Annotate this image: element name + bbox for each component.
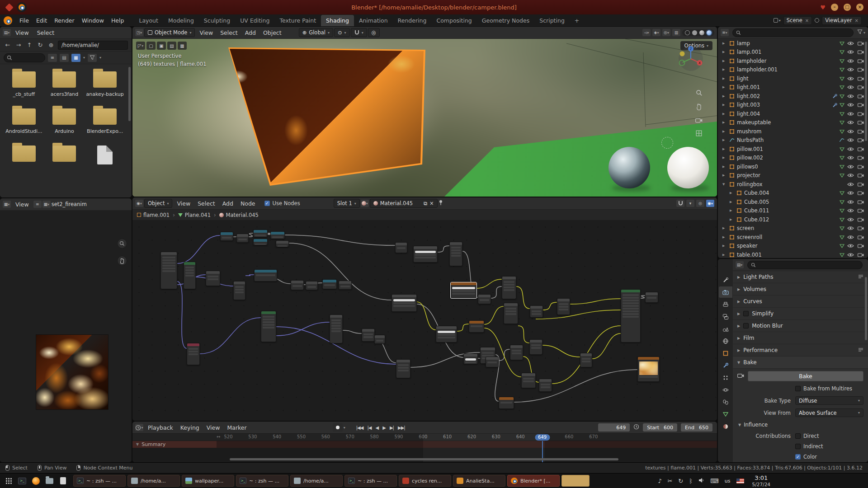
disclosure-arrow-icon[interactable]: ▼: [722, 183, 726, 186]
file-item[interactable]: AndroidStudi...: [4, 108, 44, 135]
file-browser-menu-view[interactable]: View: [12, 28, 33, 38]
taskbar-window-analiesta[interactable]: AnalieSta...: [453, 475, 505, 487]
disclosure-arrow-icon[interactable]: ▶: [722, 85, 726, 89]
disclosure-arrow-icon[interactable]: ▶: [722, 165, 726, 169]
render-camera-icon[interactable]: [857, 50, 864, 54]
visibility-eye-icon[interactable]: [847, 120, 854, 125]
shader-node[interactable]: [233, 281, 245, 300]
file-item[interactable]: [85, 145, 125, 174]
shader-editor-icon[interactable]: ◉▾: [135, 200, 143, 207]
pan-hand-icon[interactable]: [117, 256, 127, 266]
image-name[interactable]: set2_fireanim: [52, 201, 87, 207]
shader-node[interactable]: [504, 303, 518, 324]
render-camera-icon[interactable]: [857, 120, 864, 125]
properties-scrollbar[interactable]: [865, 277, 867, 340]
visibility-eye-icon[interactable]: [847, 182, 854, 187]
material-name-field[interactable]: Material.045 ⧉ ×: [370, 199, 438, 208]
navigation-gizmo[interactable]: Z X: [676, 44, 705, 73]
menu-edit[interactable]: Edit: [33, 15, 51, 26]
titlebar[interactable]: Blender* [/home/amalie/Desktop/blender/c…: [0, 0, 868, 14]
shader-node[interactable]: [362, 328, 375, 342]
outliner-item-light-003[interactable]: ▶light.003: [718, 101, 868, 110]
disclosure-arrow-icon[interactable]: ▶: [722, 68, 726, 71]
file-search-input[interactable]: [4, 53, 45, 62]
render-camera-icon[interactable]: [857, 112, 864, 116]
shader-node[interactable]: [637, 357, 660, 382]
grid-toggle-icon[interactable]: [696, 130, 702, 138]
workspace-tab-shading[interactable]: Shading: [321, 15, 354, 26]
path-field[interactable]: /home/amalie/: [58, 41, 128, 50]
disclosure-arrow-icon[interactable]: ▶: [730, 209, 734, 212]
visibility-eye-icon[interactable]: [847, 200, 854, 204]
workspace-tab-modeling[interactable]: Modeling: [163, 15, 199, 26]
shader-node[interactable]: [450, 282, 477, 299]
disclosure-arrow-icon[interactable]: ▶: [722, 235, 726, 239]
properties-tab-render[interactable]: [719, 286, 732, 298]
prev-keyframe-button[interactable]: |◀: [367, 425, 371, 430]
section-simplify[interactable]: ▶Simplify: [733, 308, 868, 320]
start-frame-field[interactable]: Start600: [643, 423, 677, 432]
section-volumes[interactable]: ▶Volumes: [733, 283, 868, 296]
shader-node[interactable]: [270, 231, 285, 239]
shader-menu-node[interactable]: Node: [237, 198, 259, 209]
up-icon[interactable]: ↑: [25, 42, 33, 48]
checkbox-color[interactable]: [795, 454, 801, 460]
file-item[interactable]: [4, 145, 44, 174]
render-camera-icon[interactable]: [857, 76, 864, 81]
workspace-tab-animation[interactable]: Animation: [354, 15, 393, 26]
properties-tab-data[interactable]: [719, 408, 732, 420]
visibility-eye-icon[interactable]: [847, 138, 854, 142]
properties-tab-output[interactable]: [719, 299, 732, 310]
scene-unlink-icon[interactable]: ×: [805, 18, 809, 23]
view-from-dropdown[interactable]: Above Surface▾: [795, 408, 863, 417]
outliner-filter-icon[interactable]: [857, 29, 863, 36]
next-keyframe-button[interactable]: ▶|: [390, 425, 394, 430]
disclosure-arrow-icon[interactable]: ▶: [722, 77, 726, 80]
shader-node[interactable]: [510, 345, 523, 360]
shader-node[interactable]: [449, 242, 462, 266]
section-checkbox[interactable]: [743, 323, 749, 328]
shader-node[interactable]: [253, 230, 268, 237]
select-tool-icon[interactable]: ◸▾: [136, 42, 145, 50]
outliner-item-cube-004[interactable]: ▶Cube.004: [718, 189, 868, 198]
outliner-item-light-001[interactable]: ▶light.001: [718, 83, 868, 92]
shader-menu-add[interactable]: Add: [219, 198, 237, 209]
firefox-launcher-icon[interactable]: [30, 475, 42, 487]
taskbar-window-zsh[interactable]: >_~ : zsh — ...: [236, 475, 288, 487]
viewport-menu-object[interactable]: Object: [259, 28, 285, 38]
gizmos-icon[interactable]: ◈▾: [652, 29, 660, 36]
timeline-menu-view[interactable]: View: [203, 422, 224, 433]
taskbar-window-home-a[interactable]: /home/a...: [127, 475, 180, 487]
render-camera-icon[interactable]: [857, 85, 864, 89]
jump-to-start-button[interactable]: |◀◀: [356, 425, 363, 430]
visibility-eye-icon[interactable]: [847, 112, 854, 116]
back-icon[interactable]: ←: [4, 42, 12, 48]
pan-hand-icon[interactable]: [696, 103, 702, 112]
shader-node[interactable]: [254, 269, 277, 282]
volume-icon[interactable]: [698, 478, 704, 484]
taskbar-window-blender[interactable]: Blender* [...: [507, 475, 560, 487]
overlays-icon[interactable]: ◎: [696, 200, 704, 207]
visibility-eye-icon[interactable]: [847, 226, 854, 230]
disclosure-arrow-icon[interactable]: ▶: [722, 130, 726, 133]
us-flag-icon[interactable]: [736, 479, 744, 483]
render-camera-icon[interactable]: [857, 138, 864, 142]
show-apps-icon[interactable]: [3, 475, 14, 487]
auto-keyframe-dropdown-icon[interactable]: ▾: [344, 426, 345, 430]
visibility-eye-icon[interactable]: [847, 50, 854, 54]
blender-menu-icon[interactable]: [4, 16, 12, 25]
properties-tab-scene[interactable]: [719, 323, 732, 334]
shader-node[interactable]: [236, 234, 249, 243]
image-browse-icon[interactable]: ▦▾: [42, 201, 51, 208]
new-folder-icon[interactable]: ⊕: [47, 42, 55, 48]
checkbox-direct[interactable]: [795, 433, 801, 439]
text-editor-launcher-icon[interactable]: [57, 475, 69, 487]
outliner-item-lampholder[interactable]: ▶lampholder: [718, 56, 868, 66]
blender-app-icon[interactable]: [17, 2, 27, 12]
menu-file[interactable]: File: [16, 15, 33, 26]
properties-editor-icon[interactable]: ▤▾: [736, 261, 744, 268]
render-camera-icon[interactable]: [857, 59, 864, 63]
visibility-eye-icon[interactable]: [847, 147, 854, 151]
visibility-eye-icon[interactable]: [847, 244, 854, 248]
viewport-menu-select[interactable]: Select: [217, 28, 241, 38]
